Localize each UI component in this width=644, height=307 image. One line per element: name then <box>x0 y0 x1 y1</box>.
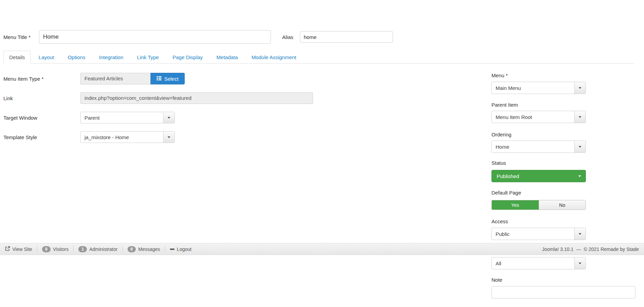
target-window-select[interactable]: Parent <box>80 112 175 123</box>
status-value: Published <box>497 173 519 179</box>
link-value: index.php?option=com_content&view=featur… <box>80 92 313 104</box>
footer-version-copyright: Joomla! 3.10.1 — © 2021 Remade by Stade <box>542 246 639 252</box>
status-label: Status <box>491 160 506 166</box>
link-label: Link <box>3 95 80 101</box>
access-label: Access <box>491 218 508 224</box>
menu-title-input[interactable] <box>39 30 271 44</box>
logout-icon <box>170 249 174 250</box>
tab-layout[interactable]: Layout <box>33 51 60 64</box>
link-row: Link index.php?option=com_content&view=f… <box>3 92 318 104</box>
view-site-label: View Site <box>12 246 32 252</box>
ordering-caret-button[interactable] <box>574 141 586 152</box>
admin-status-bar: View Site 0 Visitors 1 Administrator 0 M… <box>0 243 644 255</box>
target-window-value: Parent <box>81 115 163 121</box>
note-label: Note <box>491 277 502 283</box>
access-caret-button[interactable] <box>574 228 586 240</box>
divider <box>165 246 165 252</box>
chevron-down-icon <box>579 263 581 264</box>
template-style-caret-button[interactable] <box>163 132 174 143</box>
tab-module-assignment[interactable]: Module Assignment <box>246 51 302 64</box>
ordering-label: Ordering <box>491 132 511 137</box>
divider <box>37 246 37 252</box>
chevron-down-icon <box>579 116 581 118</box>
administrator-count-badge: 1 <box>78 246 87 252</box>
external-link-icon <box>5 246 10 252</box>
menu-item-type-group: Featured Articles Select <box>80 73 185 84</box>
logout-label: Logout <box>177 246 192 252</box>
template-style-value: ja_mixstore - Home <box>81 134 163 140</box>
divider <box>73 246 74 252</box>
chevron-down-icon <box>579 87 581 89</box>
select-button-label: Select <box>164 76 179 82</box>
parent-item-caret-button[interactable] <box>574 111 586 123</box>
language-value: All <box>492 261 574 266</box>
chevron-down-icon <box>578 175 581 177</box>
parent-item-label: Parent Item <box>491 102 518 108</box>
menu-caret-button[interactable] <box>574 82 586 94</box>
note-input[interactable] <box>491 286 635 298</box>
template-style-label: Template Style <box>3 134 80 140</box>
alias-input[interactable] <box>300 31 393 43</box>
status-dropdown-button[interactable]: Published <box>491 170 586 182</box>
parent-item-value: Menu Item Root <box>492 114 574 120</box>
chevron-down-icon <box>168 136 170 138</box>
copyright-text: © 2021 Remade by Stade <box>584 246 639 252</box>
language-caret-button[interactable] <box>574 257 586 269</box>
menu-item-type-label: Menu Item Type * <box>3 76 80 82</box>
joomla-version: Joomla! 3.10.1 <box>542 246 574 252</box>
alias-label: Alias <box>282 34 300 40</box>
tab-details[interactable]: Details <box>3 51 31 64</box>
divider <box>122 246 123 252</box>
menu-item-type-value: Featured Articles <box>80 73 150 84</box>
ordering-value: Home <box>492 144 574 150</box>
target-window-label: Target Window <box>3 115 80 121</box>
chevron-down-icon <box>579 146 581 148</box>
template-style-select[interactable]: ja_mixstore - Home <box>80 131 175 143</box>
menu-item-type-row: Menu Item Type * Featured Articles Selec… <box>3 73 318 84</box>
view-site-link[interactable]: View Site <box>5 246 32 252</box>
target-window-caret-button[interactable] <box>163 112 174 123</box>
menu-title-label: Menu Title * <box>3 34 39 40</box>
visitors-link[interactable]: 0 Visitors <box>42 246 68 252</box>
messages-link[interactable]: 0 Messages <box>128 246 160 252</box>
visitors-label: Visitors <box>53 246 69 252</box>
list-grid-icon <box>157 76 161 82</box>
administrator-link[interactable]: 1 Administrator <box>78 246 117 252</box>
template-style-row: Template Style ja_mixstore - Home <box>3 131 318 143</box>
administrator-label: Administrator <box>89 246 117 252</box>
default-page-label: Default Page <box>491 190 521 196</box>
menu-value: Main Menu <box>492 85 574 91</box>
dash-separator: — <box>576 246 581 252</box>
details-form-left: Menu Item Type * Featured Articles Selec… <box>3 73 318 151</box>
visitors-count-badge: 0 <box>42 246 51 252</box>
tab-bar: Details Layout Options Integration Link … <box>3 51 634 64</box>
tab-page-display[interactable]: Page Display <box>167 51 208 64</box>
target-window-row: Target Window Parent <box>3 112 318 123</box>
tab-options[interactable]: Options <box>62 51 91 64</box>
tab-list: Details Layout Options Integration Link … <box>3 51 634 63</box>
messages-count-badge: 0 <box>128 246 136 252</box>
access-select[interactable]: Public <box>491 228 586 240</box>
logout-link[interactable]: Logout <box>170 246 192 252</box>
default-page-yes-button[interactable]: Yes <box>492 200 539 210</box>
menu-item-type-select-button[interactable]: Select <box>150 73 185 84</box>
chevron-down-icon <box>168 117 170 119</box>
tab-integration[interactable]: Integration <box>93 51 129 64</box>
default-page-no-button[interactable]: No <box>539 200 586 210</box>
default-page-toggle: Yes No <box>491 200 586 210</box>
menu-select[interactable]: Main Menu <box>491 82 586 94</box>
menu-item-edit-page: Menu Title * Alias Details Layout Option… <box>0 0 644 307</box>
ordering-select[interactable]: Home <box>491 141 586 153</box>
messages-label: Messages <box>138 246 160 252</box>
language-select[interactable]: All <box>491 257 586 269</box>
tab-metadata[interactable]: Metadata <box>211 51 244 64</box>
chevron-down-icon <box>579 233 581 235</box>
access-value: Public <box>492 231 574 237</box>
parent-item-select[interactable]: Menu Item Root <box>491 111 586 123</box>
title-row: Menu Title * Alias <box>3 30 393 44</box>
menu-label: Menu * <box>491 72 508 78</box>
tab-link-type[interactable]: Link Type <box>131 51 165 64</box>
